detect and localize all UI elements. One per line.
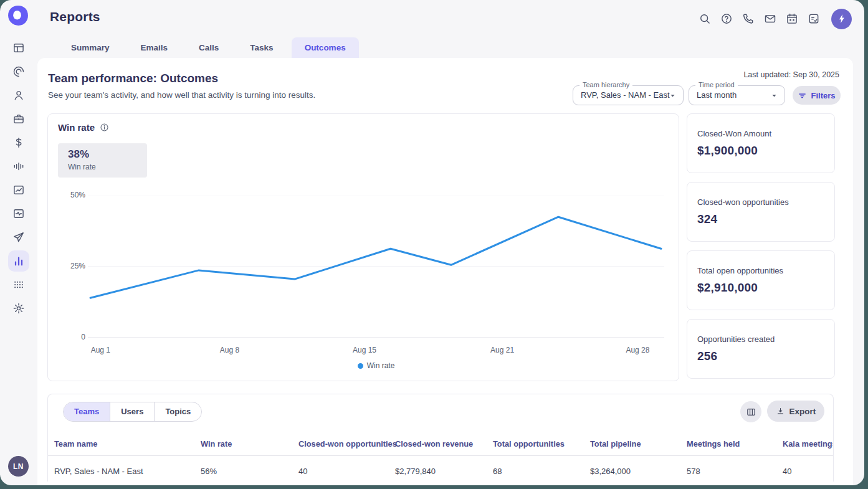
column-header: Meetings held xyxy=(687,439,783,449)
column-header: Win rate xyxy=(201,439,298,449)
outreach-logo-icon[interactable] xyxy=(7,5,29,26)
x-axis-label: Aug 28 xyxy=(616,346,659,354)
last-updated-text: Last updated: Sep 30, 2025 xyxy=(743,70,839,79)
chart-legend: Win rate xyxy=(88,361,664,370)
sidebar-item-gear[interactable] xyxy=(8,298,29,319)
view-tab-topics[interactable]: Topics xyxy=(155,402,201,421)
table-cell: 578 xyxy=(687,467,783,476)
stat-label: Closed-won opportunities xyxy=(697,197,824,207)
view-tab-users[interactable]: Users xyxy=(110,402,155,421)
report-tabs: SummaryEmailsCallsTasksOutcomes xyxy=(37,37,864,58)
chevron-down-icon xyxy=(770,91,779,100)
sidebar-item-history[interactable] xyxy=(8,61,29,82)
sidebar-user-avatar[interactable]: LN xyxy=(8,456,29,477)
send-icon xyxy=(12,231,25,244)
table-body: RVP, Sales - NAM - East56%40$2,779,84068… xyxy=(48,456,833,482)
stat-value: $2,910,000 xyxy=(697,281,824,295)
table-row[interactable]: RVP, Sales - NAM - East56%40$2,779,84068… xyxy=(48,456,833,482)
chevron-down-icon xyxy=(668,91,677,100)
help-icon[interactable] xyxy=(720,12,733,25)
stat-value: 324 xyxy=(697,212,824,226)
briefcase-icon xyxy=(12,113,25,125)
stat-label: Opportunities created xyxy=(697,335,824,344)
y-axis-label: 0 xyxy=(60,333,85,341)
x-axis-label: Aug 1 xyxy=(79,346,122,354)
columns-icon xyxy=(746,407,756,417)
sidebar-item-waveform[interactable] xyxy=(8,156,29,177)
chart-title: Win rate xyxy=(58,122,95,133)
legend-item[interactable]: Win rate xyxy=(358,361,395,370)
tab-emails[interactable]: Emails xyxy=(128,37,181,58)
calendar-icon[interactable] xyxy=(786,12,798,25)
apps-grid-icon xyxy=(12,278,25,291)
tab-calls[interactable]: Calls xyxy=(186,37,232,58)
table-cell: 68 xyxy=(493,467,590,476)
export-button-label: Export xyxy=(789,407,816,416)
win-rate-plot xyxy=(88,196,664,338)
stat-card: Total open opportunities$2,910,000 xyxy=(687,250,835,310)
win-rate-summary-value: 38% xyxy=(68,148,137,161)
sidebar-item-dollar[interactable] xyxy=(8,132,29,153)
phone-icon[interactable] xyxy=(742,12,755,25)
y-axis-label: 25% xyxy=(60,262,85,270)
win-rate-chart-card: Win rate 38% Win rate Win rate 50%25%0Au… xyxy=(47,113,679,381)
team-hierarchy-value: RVP, Sales - NAM - East xyxy=(581,90,670,100)
stat-card: Closed-won opportunities324 xyxy=(687,182,835,242)
sidebar-item-send[interactable] xyxy=(8,227,29,248)
column-header: Closed-won revenue xyxy=(395,439,493,449)
team-hierarchy-select[interactable]: Team hierarchy RVP, Sales - NAM - East xyxy=(573,85,684,105)
time-period-select[interactable]: Time period Last month xyxy=(689,85,785,105)
time-period-value: Last month xyxy=(697,90,737,100)
waveform-icon xyxy=(12,160,25,173)
sidebar-item-pulse-box[interactable] xyxy=(8,203,29,224)
app-title: Reports xyxy=(50,9,100,24)
trend-chart-icon xyxy=(12,184,25,196)
gear-icon xyxy=(12,302,25,315)
sidebar-item-dashboard[interactable] xyxy=(8,37,29,59)
bolt-icon xyxy=(836,13,847,24)
column-header: Team name xyxy=(54,439,201,449)
x-axis-label: Aug 21 xyxy=(480,346,524,354)
team-hierarchy-label: Team hierarchy xyxy=(579,81,632,88)
user-avatar[interactable] xyxy=(831,9,852,29)
table-header-row: Team nameWin rateClosed-won opportunitie… xyxy=(48,432,833,456)
page-title: Team performance: Outcomes xyxy=(48,72,218,85)
download-icon xyxy=(776,407,785,416)
table-cell: 56% xyxy=(201,467,298,476)
legend-dot xyxy=(358,363,363,369)
bar-chart-icon xyxy=(12,255,25,267)
info-icon[interactable] xyxy=(100,123,109,132)
stat-cards-column: Closed-Won Amount$1,900,000Closed-won op… xyxy=(687,113,835,379)
tab-tasks[interactable]: Tasks xyxy=(237,37,286,58)
performance-table-card: TeamsUsersTopics Export Team nameWin rat… xyxy=(47,394,834,482)
sidebar-item-apps-grid[interactable] xyxy=(8,274,29,295)
history-icon xyxy=(12,65,25,78)
export-button[interactable]: Export xyxy=(767,401,824,422)
stat-label: Closed-Won Amount xyxy=(697,129,824,138)
topbar-icon-group xyxy=(699,0,852,37)
mail-icon[interactable] xyxy=(764,12,776,25)
win-rate-summary-label: Win rate xyxy=(68,163,137,171)
filters-button-label: Filters xyxy=(811,91,835,100)
sidebar-item-bar-chart[interactable] xyxy=(8,250,29,272)
sidebar-item-trend-chart[interactable] xyxy=(8,179,29,201)
win-rate-summary-box: 38% Win rate xyxy=(58,143,147,178)
task-list-icon[interactable] xyxy=(808,12,820,25)
x-axis-label: Aug 15 xyxy=(343,346,386,354)
view-tab-teams[interactable]: Teams xyxy=(64,402,110,421)
columns-button[interactable] xyxy=(740,401,761,422)
table-cell: $2,779,840 xyxy=(395,467,493,476)
table-cell: 40 xyxy=(783,467,834,476)
stat-value: 256 xyxy=(697,349,824,363)
legend-label: Win rate xyxy=(367,361,395,370)
column-header: Total pipeline xyxy=(590,439,687,449)
table-cell: RVP, Sales - NAM - East xyxy=(54,467,201,476)
sidebar-item-person[interactable] xyxy=(8,85,29,106)
tab-outcomes[interactable]: Outcomes xyxy=(292,37,359,58)
sidebar-item-briefcase[interactable] xyxy=(8,108,29,130)
search-icon[interactable] xyxy=(699,12,711,25)
column-header: Total opportunities xyxy=(493,439,590,449)
dollar-icon xyxy=(12,136,25,149)
filters-button[interactable]: Filters xyxy=(793,86,841,105)
tab-summary[interactable]: Summary xyxy=(58,37,123,58)
